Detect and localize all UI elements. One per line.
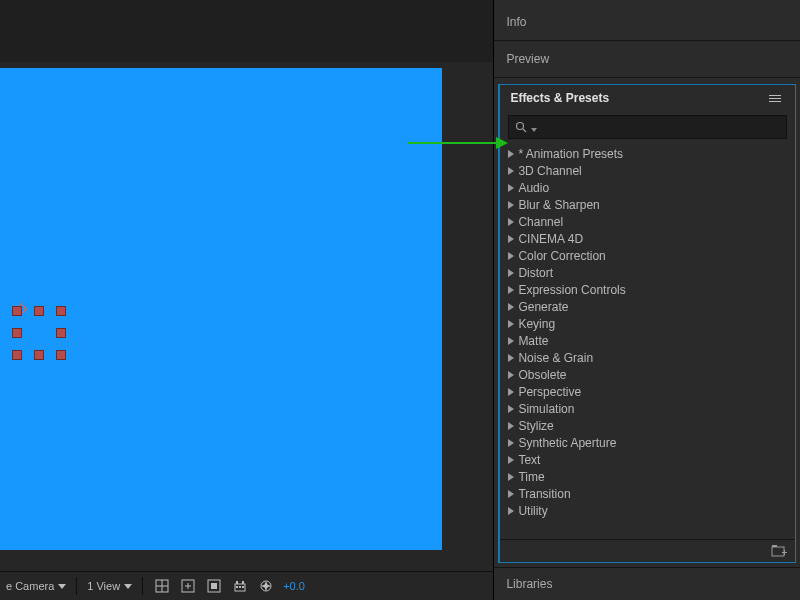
svg-rect-20 — [242, 586, 244, 588]
disclosure-triangle-icon[interactable] — [508, 388, 514, 396]
handle-bot-right[interactable] — [56, 350, 66, 360]
effects-category[interactable]: Utility — [506, 502, 789, 519]
effects-search-input[interactable] — [541, 120, 780, 134]
disclosure-triangle-icon[interactable] — [508, 354, 514, 362]
effects-category[interactable]: Color Correction — [506, 247, 789, 264]
effects-category[interactable]: 3D Channel — [506, 162, 789, 179]
camera-dropdown[interactable]: e Camera — [6, 580, 66, 592]
effects-category-label: Channel — [518, 215, 563, 229]
disclosure-triangle-icon[interactable] — [508, 167, 514, 175]
handle-mid-left[interactable] — [12, 328, 22, 338]
handle-top-left[interactable] — [12, 306, 22, 316]
effects-category-label: Time — [518, 470, 544, 484]
effects-category[interactable]: CINEMA 4D — [506, 230, 789, 247]
effects-tree[interactable]: * Animation Presets3D ChannelAudioBlur &… — [500, 143, 795, 539]
disclosure-triangle-icon[interactable] — [508, 286, 514, 294]
camera-label: e Camera — [6, 580, 54, 592]
effects-category[interactable]: Synthetic Aperture — [506, 434, 789, 451]
effects-category[interactable]: Blur & Sharpen — [506, 196, 789, 213]
effects-category[interactable]: * Animation Presets — [506, 145, 789, 162]
effects-category[interactable]: Perspective — [506, 383, 789, 400]
effects-category[interactable]: Channel — [506, 213, 789, 230]
disclosure-triangle-icon[interactable] — [508, 150, 514, 158]
view-count-dropdown[interactable]: 1 View — [87, 580, 132, 592]
effects-category-label: Matte — [518, 334, 548, 348]
toggle-grid-icon[interactable] — [153, 577, 171, 595]
disclosure-triangle-icon[interactable] — [508, 405, 514, 413]
disclosure-triangle-icon[interactable] — [508, 252, 514, 260]
exposure-value[interactable]: +0.0 — [283, 580, 305, 592]
effects-panel-title: Effects & Presets — [510, 91, 609, 105]
effects-category[interactable]: Keying — [506, 315, 789, 332]
effects-category[interactable]: Transition — [506, 485, 789, 502]
disclosure-triangle-icon[interactable] — [508, 201, 514, 209]
handle-bot-mid[interactable] — [34, 350, 44, 360]
disclosure-triangle-icon[interactable] — [508, 371, 514, 379]
toggle-guides-icon[interactable] — [179, 577, 197, 595]
viewer-footer: e Camera 1 View +0 — [0, 571, 493, 600]
effects-category-label: Text — [518, 453, 540, 467]
search-icon — [515, 121, 527, 133]
effects-category-label: Distort — [518, 266, 553, 280]
effects-category[interactable]: Text — [506, 451, 789, 468]
svg-rect-18 — [236, 586, 238, 588]
disclosure-triangle-icon[interactable] — [508, 422, 514, 430]
effects-category[interactable]: Time — [506, 468, 789, 485]
handle-mid-right[interactable] — [56, 328, 66, 338]
effects-category[interactable]: Obsolete — [506, 366, 789, 383]
snapshot-icon[interactable] — [231, 577, 249, 595]
effects-category-label: Obsolete — [518, 368, 566, 382]
preview-panel-title: Preview — [506, 52, 549, 66]
effects-category-label: Stylize — [518, 419, 553, 433]
effects-category[interactable]: Simulation — [506, 400, 789, 417]
disclosure-triangle-icon[interactable] — [508, 439, 514, 447]
effects-category[interactable]: Distort — [506, 264, 789, 281]
new-folder-icon[interactable] — [771, 544, 787, 558]
effects-category-label: Generate — [518, 300, 568, 314]
disclosure-triangle-icon[interactable] — [508, 507, 514, 515]
preview-panel-header[interactable]: Preview — [494, 41, 800, 78]
svg-point-22 — [517, 123, 524, 130]
effects-panel-footer — [500, 539, 795, 562]
disclosure-triangle-icon[interactable] — [508, 337, 514, 345]
effects-category-label: 3D Channel — [518, 164, 581, 178]
chevron-down-icon — [124, 584, 132, 589]
libraries-panel-header[interactable]: Libraries — [494, 567, 800, 600]
effects-search-row[interactable] — [508, 115, 787, 139]
handle-bot-left[interactable] — [12, 350, 22, 360]
libraries-panel-title: Libraries — [506, 577, 552, 591]
effects-category[interactable]: Stylize — [506, 417, 789, 434]
disclosure-triangle-icon[interactable] — [508, 490, 514, 498]
effects-category-label: * Animation Presets — [518, 147, 623, 161]
svg-line-23 — [523, 129, 526, 132]
search-options-icon[interactable] — [531, 128, 537, 132]
disclosure-triangle-icon[interactable] — [508, 473, 514, 481]
effects-category[interactable]: Matte — [506, 332, 789, 349]
svg-rect-19 — [239, 586, 241, 588]
disclosure-triangle-icon[interactable] — [508, 184, 514, 192]
toggle-mask-icon[interactable] — [205, 577, 223, 595]
effects-category-label: Synthetic Aperture — [518, 436, 616, 450]
effects-panel-header[interactable]: Effects & Presets — [500, 85, 795, 111]
aperture-icon[interactable] — [257, 577, 275, 595]
effects-category[interactable]: Generate — [506, 298, 789, 315]
effects-category[interactable]: Expression Controls — [506, 281, 789, 298]
effects-category[interactable]: Audio — [506, 179, 789, 196]
disclosure-triangle-icon[interactable] — [508, 235, 514, 243]
disclosure-triangle-icon[interactable] — [508, 218, 514, 226]
effects-category-label: Color Correction — [518, 249, 605, 263]
right-panel-stack: Info Preview Effects & Presets * Animati… — [493, 0, 800, 600]
handle-top-mid[interactable] — [34, 306, 44, 316]
effects-category-label: Utility — [518, 504, 547, 518]
composition-header — [0, 0, 493, 62]
handle-top-right[interactable] — [56, 306, 66, 316]
disclosure-triangle-icon[interactable] — [508, 320, 514, 328]
info-panel-header[interactable]: Info — [494, 4, 800, 41]
effects-category[interactable]: Noise & Grain — [506, 349, 789, 366]
disclosure-triangle-icon[interactable] — [508, 303, 514, 311]
effects-category-label: Keying — [518, 317, 555, 331]
disclosure-triangle-icon[interactable] — [508, 456, 514, 464]
composition-canvas[interactable] — [0, 68, 442, 550]
disclosure-triangle-icon[interactable] — [508, 269, 514, 277]
panel-menu-icon[interactable] — [765, 91, 785, 106]
